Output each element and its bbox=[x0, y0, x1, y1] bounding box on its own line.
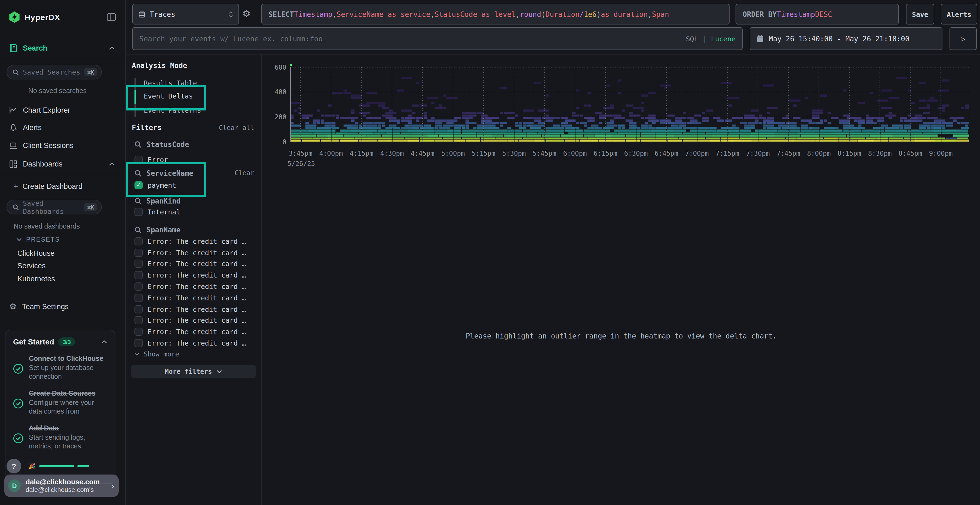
user-menu[interactable]: D dale@clickhouse.com dale@clickhouse.co… bbox=[4, 475, 119, 497]
filter-option[interactable]: Error bbox=[134, 154, 168, 165]
preset-clickhouse[interactable]: ClickHouse bbox=[18, 249, 55, 257]
sidebar-item-search[interactable]: Search bbox=[0, 41, 125, 55]
preset-services[interactable]: Services bbox=[18, 262, 46, 270]
sql-token: DESC bbox=[815, 10, 832, 18]
database-icon bbox=[138, 10, 145, 18]
filter-option[interactable]: Error: The credit card … bbox=[134, 326, 246, 338]
sql-token: , bbox=[430, 10, 435, 18]
check-circle-icon bbox=[13, 391, 24, 416]
alerts-button[interactable]: Alerts bbox=[941, 4, 977, 24]
show-more-link[interactable]: Show more bbox=[134, 351, 179, 358]
get-started-item[interactable]: Connect to ClickHouseSet up your databas… bbox=[13, 354, 107, 381]
lucene-mode-button[interactable]: Lucene bbox=[711, 35, 735, 43]
create-dashboard-button[interactable]: + Create Dashboard bbox=[0, 179, 125, 193]
filter-option-label: Error bbox=[148, 156, 168, 164]
checkbox-unchecked[interactable] bbox=[134, 156, 143, 164]
analysis-mode-option-event-patterns[interactable]: Event Patterns bbox=[142, 103, 234, 116]
checkbox-unchecked[interactable] bbox=[134, 283, 143, 291]
chevron-up-icon[interactable] bbox=[109, 162, 115, 166]
filter-group-name: StatusCode bbox=[146, 140, 189, 149]
clear-link[interactable]: Clear bbox=[235, 169, 254, 177]
saved-searches-input[interactable]: Saved Searches ⌘K bbox=[6, 65, 102, 79]
date-range-picker[interactable]: May 26 15:40:00 - May 26 21:10:00 bbox=[750, 27, 942, 50]
run-query-button[interactable]: ▷ bbox=[950, 27, 977, 50]
sidebar-item-dashboards[interactable]: Dashboards bbox=[0, 157, 125, 171]
x-tick-label: 6:45pm bbox=[655, 150, 678, 157]
gear-icon[interactable]: ⚙ bbox=[242, 9, 251, 19]
get-started-item[interactable]: Add DataStart sending logs, metrics, or … bbox=[13, 424, 107, 451]
sidebar-item-client-sessions[interactable]: Client Sessions bbox=[0, 138, 125, 152]
checkbox-unchecked[interactable] bbox=[134, 271, 143, 279]
get-started-badge: 3/3 bbox=[59, 337, 75, 346]
filter-option[interactable]: Error: The credit card … bbox=[134, 315, 246, 326]
checkbox-unchecked[interactable] bbox=[134, 316, 143, 325]
sql-token: 1e6 bbox=[584, 10, 597, 18]
sidebar-item-label: Alerts bbox=[23, 123, 41, 132]
filter-option[interactable]: Error: The credit card … bbox=[134, 292, 246, 304]
get-started-item-desc: Configure where your data comes from bbox=[29, 399, 107, 416]
more-filters-button[interactable]: More filters bbox=[131, 365, 256, 378]
sidebar-item-team-settings[interactable]: ⚙ Team Settings bbox=[0, 299, 125, 313]
search-placeholder: Search your events w/ Lucene ex. column:… bbox=[139, 35, 686, 43]
filter-option[interactable]: Error: The credit card … bbox=[134, 304, 246, 315]
sql-token: ) bbox=[597, 10, 601, 18]
filter-option[interactable]: payment bbox=[134, 179, 176, 191]
checkbox-unchecked[interactable] bbox=[134, 305, 143, 313]
x-tick-label: 5:00pm bbox=[441, 150, 465, 157]
filter-option[interactable]: Error: The credit card … bbox=[134, 337, 246, 349]
chevron-up-icon[interactable] bbox=[101, 340, 107, 344]
analysis-mode-option-event-deltas[interactable]: Event Deltas bbox=[142, 89, 234, 102]
saved-dashboards-input[interactable]: Saved Dashboards ⌘K bbox=[6, 200, 102, 214]
filter-option[interactable]: Error: The credit card … bbox=[134, 258, 246, 270]
preset-kubernetes[interactable]: Kubernetes bbox=[18, 275, 55, 283]
filter-option[interactable]: Internal bbox=[134, 206, 180, 218]
filter-option[interactable]: Error: The credit card … bbox=[134, 247, 246, 259]
sidebar-collapse-icon[interactable] bbox=[107, 13, 116, 21]
checkbox-checked[interactable] bbox=[134, 181, 143, 189]
help-button[interactable]: ? bbox=[6, 459, 21, 473]
brand[interactable]: HyperDX bbox=[9, 11, 60, 23]
search-input[interactable]: Search your events w/ Lucene ex. column:… bbox=[132, 27, 743, 50]
sql-select-input[interactable]: SELECT Timestamp, ServiceName as service… bbox=[261, 4, 730, 24]
order-by-input[interactable]: ORDER BY Timestamp DESC bbox=[735, 4, 899, 24]
get-started-header[interactable]: Get Started 3/3 bbox=[13, 337, 107, 346]
checkbox-unchecked[interactable] bbox=[134, 339, 143, 347]
sidebar-item-chart-explorer[interactable]: Chart Explorer bbox=[0, 103, 125, 117]
filter-group-heading-spanname[interactable]: SpanName bbox=[134, 226, 180, 234]
filter-option[interactable]: Error: The credit card … bbox=[134, 281, 246, 292]
get-started-card: Get Started 3/3 Connect to ClickHouseSet… bbox=[5, 330, 115, 484]
presets-toggle[interactable]: PRESETS bbox=[16, 236, 60, 243]
filter-option[interactable]: Error: The credit card … bbox=[134, 270, 246, 281]
checkbox-unchecked[interactable] bbox=[134, 294, 143, 302]
filter-group-heading-spankind[interactable]: SpanKind bbox=[134, 197, 180, 205]
filter-options: payment bbox=[134, 179, 176, 191]
sql-mode-button[interactable]: SQL bbox=[686, 35, 698, 43]
filter-group-heading-servicename[interactable]: ServiceName bbox=[134, 169, 193, 178]
sidebar-item-label: Chart Explorer bbox=[23, 106, 70, 114]
filter-option-label: Error: The credit card … bbox=[148, 339, 246, 347]
calendar-icon bbox=[757, 35, 764, 43]
filter-option-label: Error: The credit card … bbox=[148, 271, 246, 279]
filter-option[interactable]: Error: The credit card … bbox=[134, 236, 246, 247]
gear-icon: ⚙ bbox=[9, 302, 17, 311]
hyperdx-logo-icon bbox=[9, 11, 20, 23]
sidebar-item-alerts[interactable]: Alerts bbox=[0, 120, 125, 134]
analysis-mode-option-results-table[interactable]: Results Table bbox=[142, 76, 234, 89]
save-button[interactable]: Save bbox=[906, 4, 934, 24]
duration-heatmap[interactable] bbox=[290, 67, 969, 142]
filter-group-heading-statuscode[interactable]: StatusCode bbox=[134, 140, 189, 149]
x-tick-label: 4:15pm bbox=[350, 150, 374, 157]
checkbox-unchecked[interactable] bbox=[134, 208, 143, 216]
clear-all-link[interactable]: Clear all bbox=[219, 124, 254, 132]
checkbox-unchecked[interactable] bbox=[134, 248, 143, 257]
source-select[interactable]: Traces bbox=[132, 4, 239, 24]
get-started-item[interactable]: Create Data SourcesConfigure where your … bbox=[13, 389, 107, 416]
chevron-up-icon[interactable] bbox=[109, 46, 115, 50]
party-emoji: 🎉 bbox=[28, 462, 36, 469]
chevron-down-icon bbox=[134, 353, 139, 356]
checkbox-unchecked[interactable] bbox=[134, 260, 143, 268]
x-tick-label: 4:45pm bbox=[411, 150, 434, 157]
sidebar-item-label: Dashboards bbox=[23, 160, 63, 168]
checkbox-unchecked[interactable] bbox=[134, 237, 143, 245]
checkbox-unchecked[interactable] bbox=[134, 328, 143, 336]
